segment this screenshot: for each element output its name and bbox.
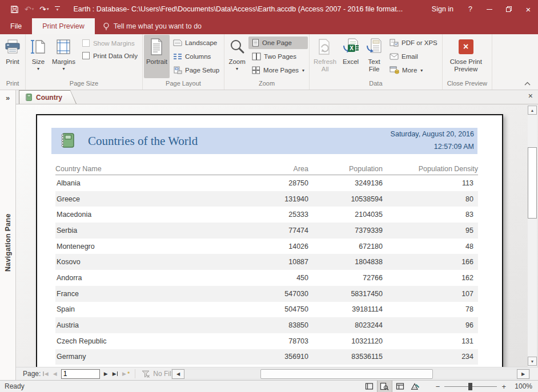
new-record-button[interactable]: ▶*: [120, 370, 132, 377]
tab-country[interactable]: Country: [19, 90, 77, 104]
layout-view-button[interactable]: [392, 381, 408, 392]
more-pages-icon: [252, 66, 260, 74]
table-row: Czech Republic7870310321120131: [55, 333, 478, 349]
first-page-icon: ◀: [45, 371, 49, 377]
more-export-button[interactable]: More ▾: [386, 64, 441, 76]
print-data-only-label: Print Data Only: [93, 52, 138, 59]
report-table: Country Name Area Population Population …: [55, 163, 478, 365]
margins-label: Margins: [52, 58, 75, 66]
tab-print-preview[interactable]: Print Preview: [32, 18, 95, 34]
horizontal-scrollbar[interactable]: ◀ ▶: [171, 369, 530, 379]
minimize-button[interactable]: [480, 0, 499, 18]
print-preview-view-icon: [380, 382, 389, 390]
pdf-or-xps-button[interactable]: PDF or XPS: [386, 37, 441, 49]
density-cell: 48: [383, 243, 478, 250]
refresh-icon: [317, 37, 333, 56]
save-icon: [10, 5, 19, 14]
last-page-icon: ▶: [113, 371, 117, 377]
horizontal-scrollbar-thumb[interactable]: [260, 369, 433, 379]
save-button[interactable]: [8, 2, 21, 17]
export-text-file-button[interactable]: Text File: [362, 35, 386, 78]
design-view-button[interactable]: [408, 381, 423, 392]
close-print-preview-icon: ×: [459, 39, 473, 54]
restore-button[interactable]: [499, 0, 519, 18]
page-setup-button[interactable]: Page Setup: [170, 64, 223, 76]
sign-in-button[interactable]: Sign in: [424, 0, 461, 18]
size-button[interactable]: Size ▾: [27, 35, 50, 78]
report-header-band: Countries of the World Saturday, August …: [51, 128, 477, 154]
print-preview-view-button[interactable]: [377, 381, 392, 392]
new-record-star-icon: *: [127, 370, 130, 377]
scroll-right-button[interactable]: ▶: [517, 369, 529, 379]
print-data-only-checkbox[interactable]: Print Data Only: [82, 52, 138, 59]
close-tab-button[interactable]: ×: [528, 92, 533, 100]
close-print-preview-button[interactable]: × Close Print Preview: [444, 35, 488, 78]
zoom-label: Zoom: [228, 58, 245, 66]
pdf-or-xps-label: PDF or XPS: [402, 39, 437, 46]
excel-label: Excel: [343, 58, 359, 66]
close-button[interactable]: ×: [519, 0, 538, 18]
nav-pane-expand-button[interactable]: »: [0, 90, 15, 105]
next-page-button[interactable]: ▶: [102, 371, 110, 377]
printer-icon: [4, 37, 21, 56]
two-pages-icon: [252, 52, 261, 60]
last-page-button[interactable]: ▶: [110, 371, 120, 377]
one-page-button[interactable]: One Page: [248, 37, 308, 49]
chevron-down-icon: ▾: [37, 66, 39, 71]
table-header-row: Country Name Area Population Population …: [55, 163, 478, 175]
navigation-pane-collapsed[interactable]: » Navigation Pane: [0, 90, 16, 380]
customize-qat-button[interactable]: ▾: [53, 2, 62, 17]
area-cell: 25333: [238, 211, 308, 219]
report-view-button[interactable]: [362, 381, 377, 392]
new-record-icon: ▶: [122, 371, 126, 377]
zoom-level: 100%: [511, 382, 538, 390]
undo-button[interactable]: ↶▾: [22, 2, 36, 17]
show-margins-checkbox[interactable]: Show Margins: [82, 39, 138, 47]
email-button[interactable]: Email: [386, 50, 441, 63]
area-cell: 14026: [238, 243, 308, 250]
zoom-out-button[interactable]: −: [431, 382, 445, 391]
group-zoom: Zoom ▾ One Page Two Pages More Pages: [224, 34, 310, 90]
minimize-icon: [487, 9, 492, 10]
zoom-slider[interactable]: [444, 386, 497, 387]
export-excel-button[interactable]: X Excel: [339, 35, 362, 78]
report-page[interactable]: Countries of the World Saturday, August …: [36, 114, 503, 367]
landscape-button[interactable]: Landscape: [170, 37, 223, 49]
help-button[interactable]: ?: [461, 0, 480, 18]
page-number-input[interactable]: [61, 369, 100, 379]
scroll-up-button[interactable]: ▲: [528, 106, 537, 115]
refresh-all-button[interactable]: Refresh All: [311, 35, 339, 78]
population-cell: 72766: [308, 274, 383, 282]
first-page-button[interactable]: ◀: [41, 371, 50, 377]
two-pages-button[interactable]: Two Pages: [248, 50, 308, 63]
portrait-button[interactable]: Portrait: [144, 35, 170, 78]
scroll-left-button[interactable]: ◀: [172, 369, 184, 379]
close-icon: ×: [528, 91, 533, 100]
tab-file[interactable]: File: [0, 18, 32, 34]
redo-button[interactable]: ↷▾: [37, 2, 51, 17]
density-cell: 234: [383, 353, 478, 361]
vertical-scrollbar[interactable]: ▲ ▼: [528, 104, 537, 367]
table-row: Germany35691083536115234: [55, 349, 478, 365]
population-cell: 1804838: [308, 258, 383, 266]
margins-button[interactable]: Margins ▾: [50, 35, 78, 78]
print-preview-area: Countries of the World Saturday, August …: [16, 104, 538, 367]
record-navigator: Page: ◀ ◀ ▶ ▶ ▶* No Filter ◀ ▶: [16, 367, 538, 380]
scroll-down-button[interactable]: ▼: [528, 357, 537, 366]
print-button[interactable]: Print: [1, 35, 24, 78]
group-page-layout: Portrait Landscape Columns Page Setup: [143, 34, 224, 90]
ribbon: Print Print Size ▾ Margins: [0, 34, 538, 90]
report-icon: [24, 93, 33, 102]
columns-button[interactable]: Columns: [170, 50, 223, 63]
previous-page-button[interactable]: ◀: [51, 371, 59, 377]
vertical-scrollbar-thumb[interactable]: [528, 147, 537, 219]
print-label: Print: [6, 58, 19, 66]
landscape-label: Landscape: [185, 39, 217, 46]
zoom-button[interactable]: Zoom ▾: [226, 35, 248, 78]
tell-me-box[interactable]: Tell me what you want to do: [103, 18, 202, 34]
undo-icon: ↶: [25, 5, 31, 13]
more-pages-button[interactable]: More Pages ▾: [248, 64, 308, 76]
collapse-ribbon-button[interactable]: [521, 79, 533, 88]
zoom-in-button[interactable]: +: [497, 382, 511, 391]
zoom-slider-thumb[interactable]: [468, 383, 472, 390]
